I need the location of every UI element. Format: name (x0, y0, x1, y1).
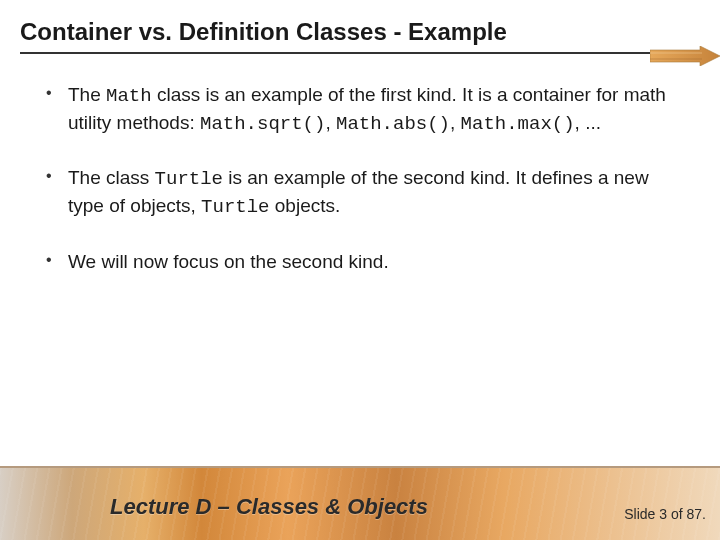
slide: Container vs. Definition Classes - Examp… (0, 0, 720, 540)
text: , (325, 112, 336, 133)
bullet-item: We will now focus on the second kind. (40, 249, 680, 275)
code-text: Math.sqrt() (200, 113, 325, 135)
text: We will now focus on the second kind. (68, 251, 389, 272)
title-area: Container vs. Definition Classes - Examp… (0, 0, 720, 62)
text: , ... (575, 112, 601, 133)
code-text: Turtle (155, 168, 223, 190)
text: The class (68, 167, 155, 188)
svg-marker-0 (650, 46, 720, 66)
bullet-list: The Math class is an example of the firs… (40, 82, 680, 274)
code-text: Math.max() (461, 113, 575, 135)
lecture-title: Lecture D – Classes & Objects (110, 494, 428, 520)
code-text: Math.abs() (336, 113, 450, 135)
bullet-item: The Math class is an example of the firs… (40, 82, 680, 137)
bullet-item: The class Turtle is an example of the se… (40, 165, 680, 220)
code-text: Turtle (201, 196, 269, 218)
text: The (68, 84, 106, 105)
text: , (450, 112, 461, 133)
title-rule (20, 52, 700, 54)
text: objects. (270, 195, 341, 216)
footer-divider (0, 466, 720, 468)
code-text: Math (106, 85, 152, 107)
arrow-decoration-icon (650, 46, 720, 66)
slide-number: Slide 3 of 87. (624, 506, 706, 522)
footer: Lecture D – Classes & Objects Slide 3 of… (0, 466, 720, 540)
slide-title: Container vs. Definition Classes - Examp… (20, 18, 700, 46)
